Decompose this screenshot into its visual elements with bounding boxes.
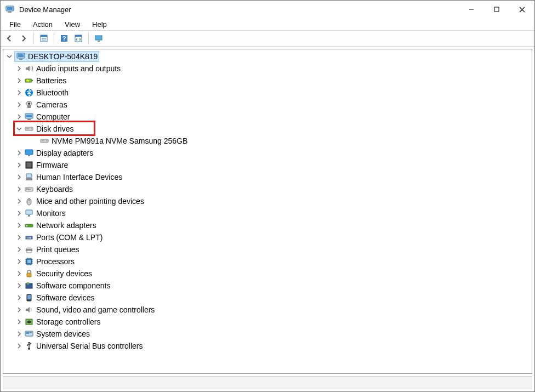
tree-category[interactable]: Display adapters (5, 147, 532, 159)
tree-category[interactable]: Audio inputs and outputs (5, 63, 532, 75)
tree-category[interactable]: Processors (5, 255, 532, 268)
hid-icon (24, 172, 34, 182)
tree-category-label: Mice and other pointing devices (36, 195, 144, 207)
tree-category[interactable]: Print queues (5, 243, 532, 255)
expander-icon[interactable] (15, 294, 23, 302)
expander-icon[interactable] (15, 113, 23, 121)
system-icon (24, 329, 34, 339)
tree-category-label: Bluetooth (36, 87, 69, 99)
toolbar-forward-button[interactable] (17, 32, 30, 45)
tree-category-label: System devices (36, 328, 90, 340)
tree-category-label: Display adapters (36, 147, 93, 159)
menu-action[interactable]: Action (27, 19, 58, 30)
tree-root[interactable]: DESKTOP-504K819 (5, 50, 532, 63)
menu-view[interactable]: View (59, 19, 86, 30)
tree-root-label: DESKTOP-504K819 (28, 50, 98, 63)
toolbar-help-button[interactable] (58, 32, 71, 45)
status-cell (3, 377, 532, 389)
svg-rect-55 (494, 7, 499, 12)
tree-category[interactable]: System devices (5, 328, 532, 340)
bluetooth-icon (24, 88, 34, 98)
battery-icon (24, 76, 34, 86)
tree-category[interactable]: Bluetooth (5, 87, 532, 99)
expander-icon[interactable] (15, 101, 23, 109)
tree-category-label: Processors (36, 255, 75, 268)
tree-category[interactable]: Software components (5, 280, 532, 292)
sound-icon (24, 305, 34, 315)
close-button[interactable] (509, 1, 534, 18)
tree-category-label: Monitors (36, 207, 66, 219)
tree-category-label: Universal Serial Bus controllers (36, 340, 143, 352)
tree-category[interactable]: Firmware (5, 159, 532, 171)
usb-icon (24, 341, 34, 351)
expander-icon[interactable] (15, 318, 23, 326)
expander-icon[interactable] (15, 246, 23, 253)
tree-category[interactable]: Cameras (5, 99, 532, 111)
tree-category[interactable]: Computer (5, 111, 532, 123)
expander-icon[interactable] (15, 149, 23, 157)
computer-icon (16, 52, 26, 61)
tree-category[interactable]: Disk drives (5, 123, 532, 135)
tree-category[interactable]: Sound, video and game controllers (5, 304, 532, 316)
network-icon (24, 220, 34, 230)
expander-icon[interactable] (15, 282, 23, 289)
tree-category-label: Ports (COM & LPT) (36, 231, 103, 243)
tree-category[interactable]: Network adapters (5, 219, 532, 231)
tree-category[interactable]: Universal Serial Bus controllers (5, 340, 532, 352)
tree-category-label: Software components (36, 280, 110, 292)
disk-icon (39, 136, 49, 146)
tree-category[interactable]: Storage controllers (5, 316, 532, 328)
swdev-icon (24, 293, 34, 303)
toolbar-separator (54, 32, 54, 44)
tree-category[interactable]: Mice and other pointing devices (5, 195, 532, 207)
audio-icon (24, 64, 34, 73)
toolbar-show-hidden-button[interactable] (92, 32, 105, 45)
window-title: Device Manager (19, 5, 459, 14)
expander-icon[interactable] (15, 89, 23, 96)
tree-category[interactable]: Monitors (5, 207, 532, 219)
expander-icon[interactable] (15, 173, 23, 181)
expander-icon[interactable] (15, 161, 23, 169)
expander-icon[interactable] (15, 65, 23, 72)
mouse-icon (24, 196, 34, 206)
tree-category-label: Computer (36, 111, 70, 123)
titlebar: Device Manager (1, 1, 534, 18)
expander-icon[interactable] (15, 306, 23, 314)
expander-icon[interactable] (15, 270, 23, 277)
expander-icon[interactable] (15, 197, 23, 205)
tree-category-label: Storage controllers (36, 316, 101, 328)
tree-category[interactable]: Ports (COM & LPT) (5, 231, 532, 243)
device-tree[interactable]: DESKTOP-504K819 Audio inputs and outputs… (3, 49, 532, 374)
tree-category-label: Audio inputs and outputs (36, 63, 121, 75)
tree-category[interactable]: Human Interface Devices (5, 171, 532, 183)
tree-category[interactable]: Software devices (5, 292, 532, 304)
expander-icon[interactable] (15, 77, 23, 84)
expander-icon[interactable] (15, 221, 23, 229)
tree-category[interactable]: Keyboards (5, 183, 532, 195)
expander-icon[interactable] (15, 185, 23, 193)
tree-category[interactable]: Batteries (5, 75, 532, 87)
toolbar-back-button[interactable] (3, 32, 16, 45)
expander-icon[interactable] (15, 125, 23, 133)
display-icon (24, 148, 34, 158)
tree-category[interactable]: Security devices (5, 268, 532, 280)
menu-file[interactable]: File (4, 19, 26, 30)
tree-category-label: Sound, video and game controllers (36, 304, 155, 316)
maximize-button[interactable] (484, 1, 509, 18)
tree-category-label: Human Interface Devices (36, 171, 122, 183)
minimize-button[interactable] (459, 1, 484, 18)
tree-category-label: Firmware (36, 159, 68, 171)
tree-device[interactable]: NVMe PM991a NVMe Samsung 256GB (5, 135, 532, 147)
expander-icon[interactable] (15, 258, 23, 265)
security-icon (24, 269, 34, 279)
expander-icon[interactable] (15, 330, 23, 338)
expander-icon[interactable] (15, 234, 23, 241)
storage-icon (24, 317, 34, 327)
menu-help[interactable]: Help (87, 19, 112, 30)
expander-icon[interactable] (15, 342, 23, 350)
toolbar-scan-button[interactable] (72, 32, 85, 45)
expander-icon[interactable] (15, 209, 23, 217)
tree-device-label: NVMe PM991a NVMe Samsung 256GB (52, 135, 187, 147)
expander-icon[interactable] (5, 53, 13, 60)
toolbar-properties-button[interactable] (37, 32, 50, 45)
